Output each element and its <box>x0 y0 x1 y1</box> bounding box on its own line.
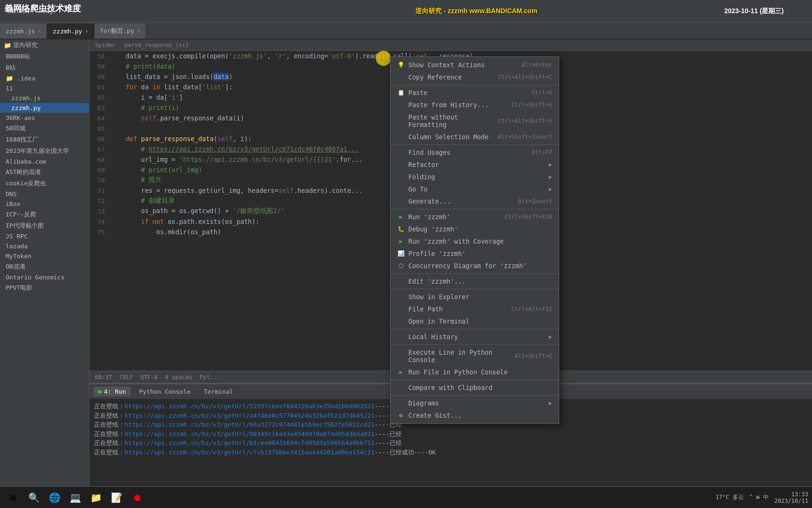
ctx-find-usages[interactable]: Find Usages Alt+F7 <box>390 146 559 159</box>
status-position: 60:37 <box>95 374 112 381</box>
menu-help[interactable]: Help <box>35 6 57 16</box>
notepad-button[interactable]: 📝 <box>107 489 126 507</box>
sidebar-item-lazada[interactable]: lazada <box>0 241 89 251</box>
line-content: for da in list_data['list']: <box>110 83 233 91</box>
sidebar-item-zzzmhpy[interactable]: zzzmh.py <box>0 103 89 113</box>
sidebar-item-cookie[interactable]: cookie反爬虫 <box>0 178 89 189</box>
ctx-paste[interactable]: 📋 Paste Ctrl+V <box>390 87 559 99</box>
line-number: 62 <box>89 94 110 101</box>
sidebar-item-b[interactable]: B站 <box>0 62 89 73</box>
ctx-show-explorer[interactable]: Show in Explorer <box>390 291 559 303</box>
tab-for-close[interactable]: ✕ <box>137 28 140 34</box>
sidebar-item-58[interactable]: 58同城 <box>0 123 89 134</box>
paste-hist-icon <box>397 101 405 109</box>
line-content: # 照片 <box>110 176 162 184</box>
ctx-diagrams[interactable]: Diagrams ▶ <box>390 397 559 409</box>
breadcrumb: Spider › parse_response_js() <box>89 40 812 51</box>
pycharm-button[interactable]: 💻 <box>66 489 85 507</box>
sidebar-item-ontario[interactable]: Ontario Genomics <box>0 272 89 282</box>
sidebar-item-11[interactable]: 11 <box>0 83 89 93</box>
ctx-label-edit: Edit 'zzzmh'... <box>408 278 466 285</box>
run-tab-terminal-label: Terminal <box>204 388 234 395</box>
ctx-concurrency[interactable]: ⬡ Concurrency Diagram for 'zzzmh' <box>390 260 559 272</box>
ctx-show-context-actions[interactable]: 💡 Show Context Actions Alt+Enter <box>390 59 559 71</box>
sidebar-item-mytoken[interactable]: MyToken <box>0 251 89 261</box>
sidebar-item-ppvt[interactable]: PPVT电影 <box>0 282 89 294</box>
ctx-label-column-sel: Column Selection Mode <box>408 133 489 141</box>
line-number: 72 <box>89 198 110 205</box>
sidebar-item-ibox[interactable]: iBox <box>0 199 89 209</box>
sidebar-item-dns[interactable]: DNS <box>0 189 89 199</box>
ctx-execute-line[interactable]: Execute Line in Python Console Alt+Shift… <box>390 346 559 366</box>
ctx-goto[interactable]: Go To ▶ <box>390 183 559 195</box>
ctx-label-gist: Create Gist... <box>408 412 462 419</box>
line-number: 68 <box>89 156 110 163</box>
ctx-generate[interactable]: Generate... Alt+Insert <box>390 195 559 207</box>
ctx-create-gist[interactable]: ⚙ Create Gist... <box>390 409 559 421</box>
tab-py-close[interactable]: ✕ <box>85 28 88 34</box>
breadcrumb-spider: Spider <box>95 42 115 48</box>
sidebar-item-2023[interactable]: 2023年第九届全国大学 <box>0 145 89 157</box>
explorer-button[interactable]: 📁 <box>86 489 105 507</box>
ctx-column-sel[interactable]: Column Selection Mode Alt+Shift+Insert <box>390 131 559 143</box>
tab-js-label: zzzmh.js <box>6 28 35 35</box>
browser-button[interactable]: 🌐 <box>45 489 64 507</box>
ctx-compare-clipboard[interactable]: Compare with Clipboard <box>390 381 559 394</box>
sidebar-item-ip[interactable]: IP代理截个图 <box>0 220 89 231</box>
column-sel-icon <box>397 133 405 141</box>
browser-icon: 🌐 <box>49 492 61 503</box>
folding-arrow: ▶ <box>549 174 552 180</box>
sidebar-project[interactable]: 📁 逆向研究 <box>0 40 89 51</box>
ctx-shortcut-copy-ref: Ctrl+Alt+Shift+C <box>498 74 552 80</box>
line-number: 64 <box>89 115 110 122</box>
search-button[interactable]: 🔍 <box>24 489 43 507</box>
sidebar-item-jsrpc[interactable]: JS RPC <box>0 231 89 241</box>
sidebar-item-ast[interactable]: AST树的混淆 <box>0 167 89 178</box>
tab-js-close[interactable]: ✕ <box>38 28 41 34</box>
sidebar-item-idea[interactable]: 📁 .idea <box>0 73 89 83</box>
run-icon: ▶ <box>397 213 405 221</box>
ctx-divider <box>390 329 559 329</box>
line-content <box>110 125 114 132</box>
run-tab-terminal[interactable]: Terminal <box>199 387 238 397</box>
sidebar-item-alibaba[interactable]: Alibaba.com <box>0 157 89 167</box>
ctx-label-copy-ref: Copy Reference <box>408 73 462 81</box>
start-button[interactable]: ⊞ <box>4 489 23 507</box>
ctx-debug[interactable]: 🐛 Debug 'zzzmh' <box>390 223 559 235</box>
run-tab-python[interactable]: Python Console <box>134 387 195 397</box>
line-number: 61 <box>89 84 110 91</box>
ctx-shortcut-execute-line: Alt+Shift+E <box>515 353 552 359</box>
ctx-run[interactable]: ▶ Run 'zzzmh' Ctrl+Shift+F10 <box>390 211 559 223</box>
run-tab-run[interactable]: 4: Run <box>93 387 131 397</box>
menu-window[interactable]: Window <box>4 6 33 16</box>
bandicam-button[interactable]: ⏺ <box>128 489 147 507</box>
sidebar-item-36rk[interactable]: 36RK-aes <box>0 113 89 123</box>
ctx-copy-reference[interactable]: Copy Reference Ctrl+Alt+Shift+C <box>390 71 559 83</box>
ctx-label-run: Run 'zzzmh' <box>408 213 450 221</box>
line-content: # print(data) <box>110 63 175 70</box>
sidebar-item-ob[interactable]: OB混淆 <box>0 261 89 272</box>
ctx-refactor[interactable]: Refactor ▶ <box>390 159 559 171</box>
ctx-local-history[interactable]: Local History ▶ <box>390 331 559 343</box>
sidebar-item-icp[interactable]: ICP--反爬 <box>0 209 89 220</box>
ctx-folding[interactable]: Folding ▶ <box>390 171 559 183</box>
ctx-file-path[interactable]: File Path Ctrl+Alt+F12 <box>390 303 559 315</box>
console-line: 正在壁纸：https://api.zzzmh.cn/bz/v3/getUrl/b… <box>94 438 807 448</box>
ctx-divider <box>390 395 559 396</box>
ctx-paste-history[interactable]: Paste from History... Ctrl+Shift+V <box>390 99 559 111</box>
tab-zzzmh-py[interactable]: zzzmh.py ✕ <box>47 24 94 39</box>
ctx-run-file-console[interactable]: ▶ Run File in Python Console <box>390 366 559 378</box>
ctx-open-terminal[interactable]: Open in Terminal <box>390 315 559 327</box>
sidebar-item-zzzmhjs[interactable]: zzzmh.js <box>0 93 89 103</box>
ctx-edit[interactable]: Edit 'zzzmh'... <box>390 275 559 287</box>
sidebar-item-bbbbb[interactable]: BBBBB站 <box>0 51 89 62</box>
line-number: 70 <box>89 177 110 184</box>
line-content: # print(i) <box>110 104 179 111</box>
ctx-run-coverage[interactable]: ▶ Run 'zzzmh' with Coverage <box>390 235 559 247</box>
ctx-paste-no-format[interactable]: Paste without Formatting Ctrl+Alt+Shift+… <box>390 111 559 131</box>
ctx-profile[interactable]: 📊 Profile 'zzzmh' <box>390 247 559 260</box>
sidebar-item-1688[interactable]: 1688找工厂 <box>0 134 89 145</box>
ctx-divider <box>390 273 559 274</box>
tab-for-py[interactable]: for翻页.py ✕ <box>94 24 147 39</box>
tab-zzzmh-js[interactable]: zzzmh.js ✕ <box>0 24 47 39</box>
